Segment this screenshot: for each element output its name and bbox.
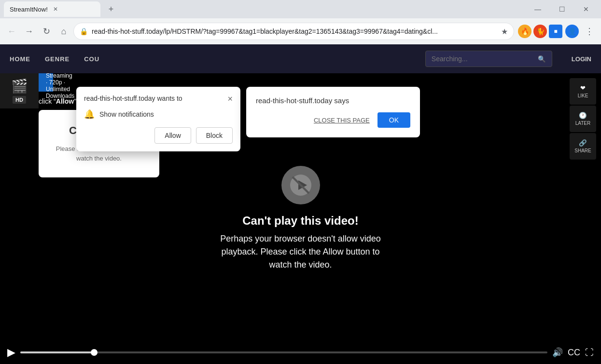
later-button[interactable]: 🕐 LATER <box>570 106 596 132</box>
ok-button[interactable]: OK <box>377 112 410 128</box>
share-icon: 🔗 <box>579 139 587 147</box>
user-avatar: 👤 <box>565 25 579 38</box>
hd-info-bar: HD Streaming · 720p · Unlimited Download… <box>39 73 53 92</box>
right-sidebar: ❤ LIKE 🕐 LATER 🔗 SHARE <box>570 78 596 160</box>
cc-button[interactable]: CC <box>568 348 580 358</box>
maximize-button[interactable]: ☐ <box>551 1 573 17</box>
browser-tab[interactable]: StreamItNow! ✕ <box>4 1 100 17</box>
new-tab-button[interactable]: + <box>104 2 118 16</box>
play-button[interactable]: ▶ <box>7 346 15 359</box>
url-text: read-this-hot-stuff.today/lp/HDSTRM/?tag… <box>92 27 497 35</box>
site-dialog-footer: CLOSE THIS PAGE OK <box>256 112 410 128</box>
website-content: HOME GENRE COU 🔍 LOGIN 🎬 HD HD Streaming… <box>0 44 601 364</box>
like-button[interactable]: ❤ LIKE <box>570 78 596 105</box>
share-button[interactable]: 🔗 SHARE <box>570 133 596 160</box>
notif-buttons: Allow Block <box>84 127 233 144</box>
site-header: HOME GENRE COU 🔍 LOGIN <box>0 44 601 73</box>
login-button[interactable]: LOGIN <box>572 55 591 63</box>
share-label: SHARE <box>574 148 591 153</box>
browser-chrome: StreamItNow! ✕ + — ☐ ✕ ← → ↻ ⌂ 🔒 read-th… <box>0 0 601 44</box>
extension-3-icon[interactable]: ■ <box>549 25 562 38</box>
progress-bar[interactable] <box>20 351 547 353</box>
site-search[interactable]: 🔍 <box>425 51 552 67</box>
menu-button[interactable]: ⋮ <box>582 24 597 39</box>
nav-home[interactable]: HOME <box>10 55 30 63</box>
forward-button[interactable]: → <box>21 24 37 39</box>
like-label: LIKE <box>578 93 588 98</box>
site-dialog: read-this-hot-stuff.today says CLOSE THI… <box>246 87 420 137</box>
play-disabled-icon <box>281 166 320 204</box>
notif-option-text: Show notifications <box>99 110 154 118</box>
nav-right: 🔥 🐈 ■ 👤 ⋮ <box>518 24 597 39</box>
cant-play-title: Can't play this video! <box>242 214 358 228</box>
hd-badge: 🎬 HD <box>0 73 39 108</box>
address-bar[interactable]: 🔒 read-this-hot-stuff.today/lp/HDSTRM/?t… <box>73 23 514 40</box>
close-this-page-link[interactable]: CLOSE THIS PAGE <box>314 117 370 124</box>
minimize-button[interactable]: — <box>527 1 549 17</box>
back-button[interactable]: ← <box>4 24 19 39</box>
notif-option: 🔔 Show notifications <box>84 109 233 120</box>
block-button[interactable]: Block <box>196 127 233 144</box>
bell-icon: 🔔 <box>84 109 95 120</box>
notif-dialog-title: read-this-hot-stuff.today wants to <box>84 94 182 102</box>
film-icon: 🎬 <box>11 78 28 94</box>
video-controls: ▶ 🔊 CC ⛶ <box>0 341 601 364</box>
site-dialog-title: read-this-hot-stuff.today says <box>256 96 410 105</box>
fullscreen-button[interactable]: ⛶ <box>585 348 594 358</box>
progress-fill <box>20 351 94 353</box>
window-controls: — ☐ ✕ <box>527 1 597 17</box>
video-error-content: Can't play this video! Perhaps your brow… <box>209 166 392 271</box>
extension-2-icon[interactable]: 🐈 <box>533 25 547 38</box>
title-bar: StreamItNow! ✕ + — ☐ ✕ <box>0 0 601 18</box>
heart-icon: ❤ <box>580 84 586 92</box>
nav-bar: ← → ↻ ⌂ 🔒 read-this-hot-stuff.today/lp/H… <box>0 18 601 44</box>
tab-title: StreamItNow! <box>10 6 48 13</box>
search-button[interactable]: 🔍 <box>532 52 552 67</box>
home-button[interactable]: ⌂ <box>56 24 71 39</box>
clock-icon: 🕐 <box>579 112 587 119</box>
nav-genre[interactable]: GENRE <box>45 55 70 63</box>
hd-label: HD <box>13 96 26 104</box>
reload-button[interactable]: ↻ <box>39 24 54 39</box>
allow-button[interactable]: Allow <box>154 127 191 144</box>
lock-icon: 🔒 <box>80 27 88 35</box>
tab-close-button[interactable]: ✕ <box>52 5 59 13</box>
close-button[interactable]: ✕ <box>575 1 597 17</box>
nav-cou[interactable]: COU <box>84 55 99 63</box>
bookmark-icon[interactable]: ★ <box>501 27 508 36</box>
allow-bold: Allow <box>56 97 74 105</box>
later-label: LATER <box>575 121 591 126</box>
notif-close-button[interactable]: × <box>227 94 233 103</box>
extension-1-icon[interactable]: 🔥 <box>518 25 531 38</box>
search-input[interactable] <box>426 51 532 67</box>
progress-thumb <box>91 349 98 356</box>
notification-permission-dialog: read-this-hot-stuff.today wants to × 🔔 S… <box>76 87 240 151</box>
avatar-button[interactable]: 👤 <box>564 24 580 39</box>
notif-dialog-header: read-this-hot-stuff.today wants to × <box>84 94 233 103</box>
volume-button[interactable]: 🔊 <box>552 347 563 358</box>
hd-badge-area: 🎬 HD HD Streaming · 720p · Unlimited Dow… <box>0 73 39 108</box>
cant-play-desc: Perhaps your browser doesn't allow video… <box>209 232 392 271</box>
